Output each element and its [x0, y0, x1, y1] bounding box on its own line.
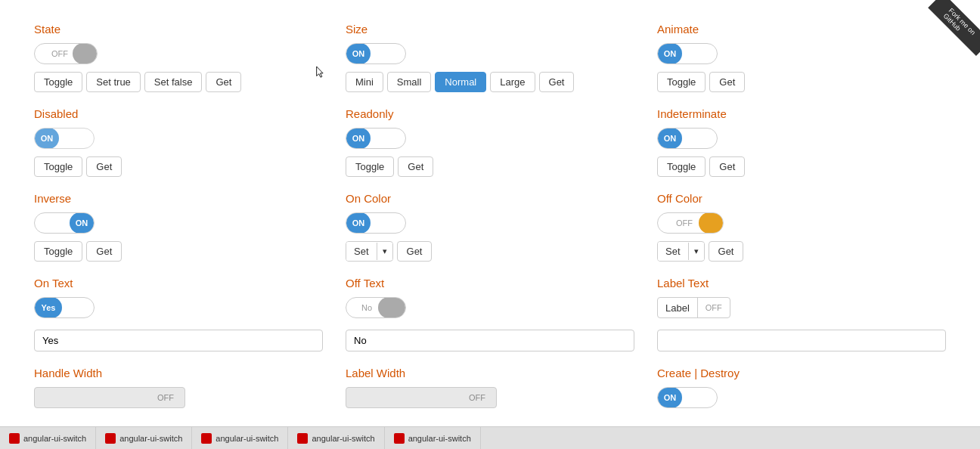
label-width-off-label: OFF: [458, 393, 496, 402]
animate-toggle-container: ON: [657, 43, 946, 64]
inverse-toggle[interactable]: ON: [34, 212, 95, 234]
label-text-toggle-container: Label OFF: [657, 297, 946, 318]
size-small-btn[interactable]: Small: [387, 72, 432, 92]
indeterminate-buttons: Toggle Get: [657, 156, 946, 177]
label-width-toggle[interactable]: OFF: [346, 387, 497, 408]
readonly-toggle[interactable]: ON: [346, 128, 406, 149]
disabled-toggle-btn[interactable]: Toggle: [34, 156, 82, 177]
taskbar-label-1: angular-ui-switch: [23, 434, 86, 439]
taskbar: angular-ui-switch angular-ui-switch angu…: [0, 426, 980, 438]
off-text-no-label: No: [355, 303, 378, 312]
taskbar-item-5[interactable]: angular-ui-switch: [385, 427, 481, 438]
taskbar-item-1[interactable]: angular-ui-switch: [0, 427, 96, 438]
off-color-arrow-icon[interactable]: ▾: [688, 243, 704, 260]
on-color-set-label: Set: [346, 242, 377, 261]
state-set-false-btn[interactable]: Set false: [144, 72, 203, 92]
taskbar-label-5: angular-ui-switch: [408, 434, 471, 439]
inverse-section: Inverse ON Toggle Get: [23, 184, 334, 269]
handle-width-section: Handle Width OFF: [23, 359, 334, 423]
create-destroy-toggle[interactable]: ON: [657, 387, 718, 408]
label-width-toggle-container: OFF: [346, 387, 634, 408]
taskbar-icon-1: [9, 433, 20, 439]
taskbar-icon-2: [105, 433, 116, 439]
taskbar-item-2[interactable]: angular-ui-switch: [96, 427, 192, 438]
on-color-title: On Color: [346, 192, 634, 205]
inverse-title: Inverse: [34, 192, 323, 205]
state-toggle-container: OFF: [34, 43, 323, 64]
inverse-get-btn[interactable]: Get: [86, 241, 122, 262]
off-color-toggle-container: OFF: [657, 212, 946, 234]
on-text-title: On Text: [34, 277, 323, 290]
readonly-on-handle: ON: [346, 128, 371, 149]
indeterminate-get-btn[interactable]: Get: [709, 156, 745, 177]
animate-toggle-btn[interactable]: Toggle: [657, 72, 706, 92]
label-text-input[interactable]: [657, 330, 946, 351]
on-color-set-dropdown[interactable]: Set ▾: [346, 241, 393, 262]
inverse-toggle-btn[interactable]: Toggle: [34, 241, 82, 262]
taskbar-label-4: angular-ui-switch: [312, 434, 374, 439]
handle-width-toggle[interactable]: OFF: [34, 387, 185, 408]
animate-toggle[interactable]: ON: [657, 43, 718, 64]
off-color-set-dropdown[interactable]: Set ▾: [657, 241, 705, 262]
create-destroy-title: Create | Destroy: [657, 367, 946, 379]
off-color-handle: [699, 212, 723, 234]
label-text-title: Label Text: [657, 277, 946, 290]
size-normal-btn[interactable]: Normal: [435, 72, 486, 92]
disabled-buttons: Toggle Get: [34, 156, 323, 177]
on-text-toggle[interactable]: Yes: [34, 297, 95, 318]
animate-get-btn[interactable]: Get: [709, 72, 745, 92]
label-text-toggle[interactable]: Label OFF: [657, 297, 730, 318]
label-text-label-part: Label: [658, 298, 698, 317]
on-color-get-btn[interactable]: Get: [397, 241, 433, 262]
size-get-btn[interactable]: Get: [539, 72, 575, 92]
readonly-toggle-btn[interactable]: Toggle: [346, 156, 394, 177]
readonly-title: Readonly: [346, 107, 634, 120]
state-toggle-btn[interactable]: Toggle: [34, 72, 82, 92]
on-text-input[interactable]: [34, 330, 323, 351]
off-text-handle: [378, 297, 405, 318]
off-color-label: OFF: [670, 218, 699, 228]
state-toggle[interactable]: OFF: [34, 43, 98, 64]
size-large-btn[interactable]: Large: [490, 72, 535, 92]
inverse-buttons: Toggle Get: [34, 241, 323, 262]
taskbar-item-3[interactable]: angular-ui-switch: [192, 427, 288, 438]
indeterminate-toggle[interactable]: ON: [657, 128, 718, 149]
on-color-section: On Color ON Set ▾ Get: [334, 184, 646, 269]
taskbar-label-3: angular-ui-switch: [216, 434, 278, 439]
label-text-section: Label Text Label OFF: [646, 269, 957, 359]
taskbar-icon-5: [394, 433, 405, 439]
off-color-get-btn[interactable]: Get: [709, 241, 744, 262]
taskbar-icon-4: [297, 433, 308, 439]
on-color-toggle-container: ON: [346, 212, 634, 234]
animate-section: Animate ON Toggle Get: [646, 15, 957, 100]
taskbar-item-4[interactable]: angular-ui-switch: [288, 427, 384, 438]
state-set-true-btn[interactable]: Set true: [86, 72, 141, 92]
size-mini-btn[interactable]: Mini: [346, 72, 383, 92]
off-color-set-label: Set: [658, 242, 688, 261]
indeterminate-section: Indeterminate ON Toggle Get: [646, 100, 957, 184]
disabled-title: Disabled: [34, 107, 323, 120]
on-color-buttons: Set ▾ Get: [346, 241, 634, 262]
state-title: State: [34, 23, 323, 36]
off-color-buttons: Set ▾ Get: [657, 241, 946, 262]
animate-on-handle: ON: [658, 43, 682, 64]
size-toggle[interactable]: ON: [346, 43, 406, 64]
indeterminate-toggle-btn[interactable]: Toggle: [657, 156, 706, 177]
off-text-toggle-container: No: [346, 297, 634, 318]
readonly-get-btn[interactable]: Get: [398, 156, 433, 177]
off-color-toggle[interactable]: OFF: [657, 212, 724, 234]
disabled-on-handle: ON: [35, 128, 59, 149]
on-color-toggle[interactable]: ON: [346, 212, 406, 234]
on-color-arrow-icon[interactable]: ▾: [377, 243, 392, 260]
state-get-btn[interactable]: Get: [206, 72, 241, 92]
size-section: Size ON Mini Small Normal Large Get: [334, 15, 646, 100]
off-text-toggle[interactable]: No: [346, 297, 406, 318]
disabled-get-btn[interactable]: Get: [86, 156, 122, 177]
ribbon-text: Fork me onGitHub: [929, 0, 980, 56]
taskbar-label-2: angular-ui-switch: [119, 434, 182, 439]
label-width-title: Label Width: [346, 367, 634, 379]
size-buttons: Mini Small Normal Large Get: [346, 72, 634, 92]
off-text-input[interactable]: [346, 330, 634, 351]
disabled-toggle[interactable]: ON: [34, 128, 95, 149]
disabled-toggle-container: ON: [34, 128, 323, 149]
